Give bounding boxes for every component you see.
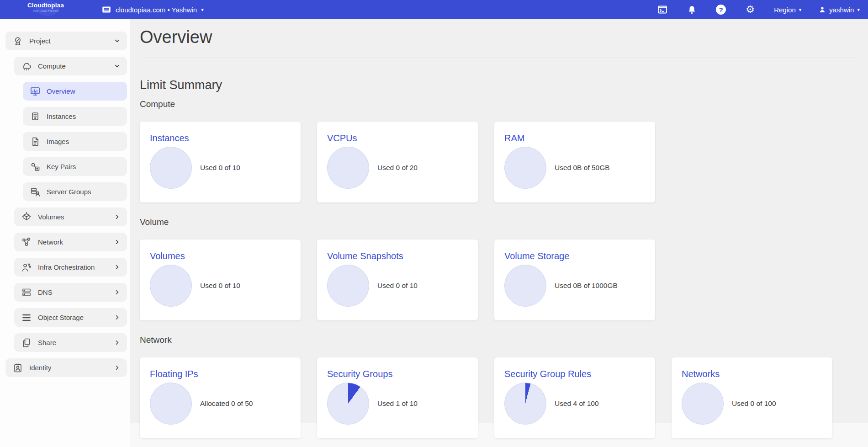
overview-dashboard-icon bbox=[29, 85, 41, 97]
identity-card-icon bbox=[12, 362, 24, 374]
limit-card-title[interactable]: Volume Storage bbox=[504, 251, 645, 261]
sidebar-item-label: Share bbox=[38, 339, 56, 346]
sidebar-item-object-storage[interactable]: Object Storage bbox=[14, 308, 127, 327]
project-list-icon bbox=[101, 5, 111, 15]
limit-card-title[interactable]: Security Groups bbox=[327, 369, 468, 379]
sidebar-item-label: Overview bbox=[47, 87, 75, 95]
sidebar-item-volumes[interactable]: Volumes bbox=[14, 208, 127, 226]
chevron-down-icon bbox=[114, 37, 121, 44]
notifications-icon[interactable] bbox=[677, 0, 706, 19]
navbar-actions: ? ⚙ Region ▾ yashwin ▾ bbox=[648, 0, 860, 19]
chevron-right-icon bbox=[114, 239, 121, 245]
limit-group: Network Floating IPs Allocated 0 of 50 S… bbox=[140, 335, 859, 438]
instances-server-icon bbox=[29, 111, 41, 122]
project-context-dropdown[interactable]: cloudtopiaa.com • Yashwin ▾ bbox=[101, 0, 204, 19]
context-label: cloudtopiaa.com • Yashwin bbox=[116, 6, 197, 14]
limit-card-title[interactable]: Floating IPs bbox=[150, 369, 291, 379]
usage-pie-chart bbox=[150, 147, 192, 189]
user-dropdown[interactable]: yashwin ▾ bbox=[819, 6, 860, 14]
sidebar-item-compute[interactable]: Compute bbox=[14, 57, 127, 75]
limit-card-title[interactable]: Networks bbox=[682, 369, 822, 379]
sidebar-item-instances[interactable]: Instances bbox=[23, 107, 127, 126]
usage-text: Used 0B of 50GB bbox=[555, 164, 610, 172]
limit-card-title[interactable]: VCPUs bbox=[327, 133, 468, 144]
usage-pie-chart bbox=[327, 383, 369, 425]
limit-group-label: Network bbox=[140, 335, 859, 345]
sidebar-item-images[interactable]: Images bbox=[23, 132, 127, 151]
limit-card-row: Volumes Used 0 of 10 Volume Snapshots Us… bbox=[140, 239, 859, 320]
limit-card-title[interactable]: Volumes bbox=[150, 251, 291, 261]
chevron-right-icon bbox=[114, 339, 121, 346]
usage-pie-chart bbox=[504, 383, 546, 425]
usage-text: Allocated 0 of 50 bbox=[200, 399, 253, 408]
usage-text: Used 4 of 100 bbox=[555, 399, 599, 408]
dns-servers-icon bbox=[21, 287, 32, 298]
limit-card-vcpus: VCPUs Used 0 of 20 bbox=[317, 122, 478, 202]
limit-summary-heading: Limit Summary bbox=[140, 78, 859, 92]
help-icon[interactable]: ? bbox=[706, 0, 736, 19]
limit-card-row: Instances Used 0 of 10 VCPUs Used 0 of 2… bbox=[140, 122, 859, 202]
sidebar-item-label: Infra Orchestration bbox=[38, 263, 95, 271]
usage-pie-chart bbox=[150, 383, 192, 425]
sidebar-item-label: Server Groups bbox=[47, 188, 91, 196]
limit-group-label: Compute bbox=[140, 99, 859, 109]
sidebar-item-project[interactable]: Project bbox=[5, 32, 127, 50]
limit-card-volume-storage: Volume Storage Used 0B of 1000GB bbox=[494, 239, 655, 320]
sidebar-item-identity[interactable]: Identity bbox=[5, 358, 127, 377]
usage-text: Used 1 of 10 bbox=[377, 399, 418, 408]
user-label: yashwin bbox=[829, 6, 854, 14]
sidebar-item-server-groups[interactable]: Server Groups bbox=[23, 182, 127, 201]
limit-card-title[interactable]: Security Group Rules bbox=[504, 369, 645, 379]
limit-card-floating-ips: Floating IPs Allocated 0 of 50 bbox=[140, 357, 301, 438]
console-icon[interactable] bbox=[648, 0, 677, 19]
sidebar-item-dns[interactable]: DNS bbox=[14, 283, 127, 302]
usage-pie-chart bbox=[504, 147, 546, 189]
top-navbar: Cloudtopiaa Your Cloud Partner! cloudtop… bbox=[0, 0, 868, 19]
limit-card-title[interactable]: Volume Snapshots bbox=[327, 251, 468, 261]
region-dropdown[interactable]: Region ▾ bbox=[774, 6, 801, 14]
sidebar: Project Compute Overview Instances Image… bbox=[0, 19, 130, 447]
logo-title: Cloudtopiaa bbox=[16, 2, 76, 9]
limit-group-label: Volume bbox=[140, 217, 859, 227]
limit-group: Volume Volumes Used 0 of 10 Volume Snaps… bbox=[140, 217, 859, 320]
usage-text: Used 0 of 10 bbox=[200, 282, 240, 290]
limit-card-title[interactable]: RAM bbox=[504, 133, 645, 144]
sidebar-item-infra-orchestration[interactable]: Infra Orchestration bbox=[14, 258, 127, 277]
chevron-right-icon bbox=[114, 364, 121, 371]
limit-card-volumes: Volumes Used 0 of 10 bbox=[140, 239, 301, 320]
logo-tagline: Your Cloud Partner! bbox=[16, 9, 76, 12]
limit-card-networks: Networks Used 0 of 100 bbox=[672, 357, 832, 438]
settings-icon[interactable]: ⚙ bbox=[736, 0, 765, 19]
app-window: Cloudtopiaa Your Cloud Partner! cloudtop… bbox=[0, 0, 868, 447]
chevron-down-icon: ▾ bbox=[799, 7, 802, 13]
user-icon bbox=[819, 6, 826, 13]
limit-group: Compute Instances Used 0 of 10 VCPUs Use… bbox=[140, 99, 859, 202]
sidebar-item-label: Network bbox=[38, 238, 63, 246]
usage-text: Used 0 of 10 bbox=[377, 282, 418, 290]
region-label: Region bbox=[774, 6, 796, 14]
chevron-right-icon bbox=[114, 264, 121, 271]
main-content: Overview Limit Summary Compute Instances… bbox=[130, 19, 868, 447]
sidebar-item-label: Project bbox=[29, 37, 51, 45]
limit-card-row: Floating IPs Allocated 0 of 50 Security … bbox=[140, 357, 859, 438]
limit-card-security-group-rules: Security Group Rules Used 4 of 100 bbox=[494, 357, 655, 438]
usage-text: Used 0 of 10 bbox=[200, 164, 240, 172]
server-groups-icon bbox=[29, 186, 41, 198]
chevron-right-icon bbox=[114, 314, 121, 321]
sidebar-item-overview[interactable]: Overview bbox=[23, 82, 127, 101]
chevron-down-icon bbox=[114, 63, 121, 69]
compute-cloud-icon bbox=[21, 60, 32, 72]
volumes-cube-icon bbox=[21, 211, 32, 223]
usage-pie-chart bbox=[682, 383, 724, 425]
project-badge-icon bbox=[12, 35, 24, 47]
sidebar-item-label: Key Pairs bbox=[47, 163, 76, 170]
limit-card-title[interactable]: Instances bbox=[150, 133, 291, 144]
share-documents-icon bbox=[21, 337, 32, 349]
sidebar-item-label: Volumes bbox=[38, 213, 64, 221]
sidebar-item-network[interactable]: Network bbox=[14, 233, 127, 251]
limit-card-volume-snapshots: Volume Snapshots Used 0 of 10 bbox=[317, 239, 478, 320]
app-logo[interactable]: Cloudtopiaa Your Cloud Partner! bbox=[16, 2, 76, 12]
usage-pie-chart bbox=[150, 265, 192, 307]
sidebar-item-key-pairs[interactable]: Key Pairs bbox=[23, 157, 127, 176]
sidebar-item-share[interactable]: Share bbox=[14, 333, 127, 352]
